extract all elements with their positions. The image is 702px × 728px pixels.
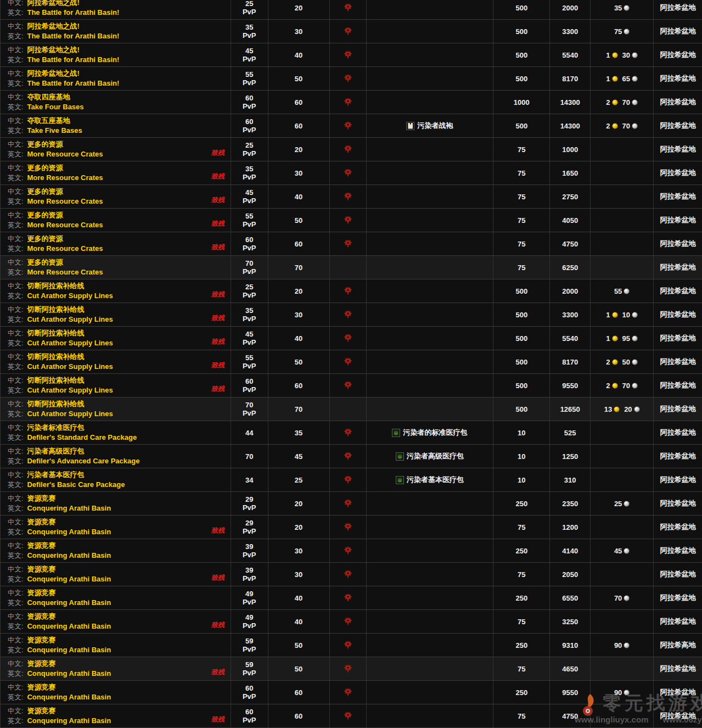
quest-name-en-link[interactable]: Defiler's Standard Care Package: [27, 433, 137, 441]
quest-name-en-link[interactable]: Cut Arathor Supply Lines: [27, 386, 113, 394]
quest-name-cn-link[interactable]: 资源竞赛: [27, 636, 55, 644]
quest-name-en-link[interactable]: More Resource Crates: [27, 197, 103, 205]
quest-name-en-link[interactable]: Cut Arathor Supply Lines: [27, 315, 113, 323]
quest-name-en-link[interactable]: Defiler's Basic Care Package: [27, 480, 125, 489]
location-link[interactable]: 阿拉希盆地: [660, 546, 696, 556]
quest-name-cn-link[interactable]: 资源竞赛: [27, 494, 55, 502]
quest-name-en-link[interactable]: Cut Arathor Supply Lines: [27, 410, 113, 418]
location-link[interactable]: 阿拉希盆地: [660, 664, 696, 674]
quest-name-cn-link[interactable]: 更多的资源: [27, 211, 63, 219]
quest-name-cn-link[interactable]: 夺取五座基地: [27, 116, 70, 125]
quest-name-en-link[interactable]: More Resource Crates: [27, 150, 103, 158]
gold-amount: 1: [606, 75, 610, 83]
location-link[interactable]: 阿拉希盆地: [660, 569, 696, 579]
location-link[interactable]: 阿拉希盆地: [660, 310, 696, 320]
quest-name-en-link[interactable]: The Battle for Arathi Basin!: [27, 55, 119, 64]
location-link[interactable]: 阿拉希盆地: [660, 617, 696, 626]
quest-name-en-link[interactable]: Conquering Arathi Basin: [27, 598, 111, 607]
quest-name-en-link[interactable]: More Resource Crates: [27, 268, 103, 276]
quest-name-en-link[interactable]: More Resource Crates: [27, 173, 103, 182]
quest-name-cn-link[interactable]: 资源竞赛: [27, 707, 55, 715]
quest-name-cn-link[interactable]: 资源竞赛: [27, 683, 55, 691]
quest-name-cn-link[interactable]: 切断阿拉索补给线: [27, 305, 84, 313]
quest-name-en-link[interactable]: Conquering Arathi Basin: [27, 693, 111, 701]
location-link[interactable]: 阿拉希盆地: [660, 97, 696, 107]
location-link[interactable]: 阿拉希盆地: [660, 144, 696, 154]
location-link[interactable]: 阿拉希盆地: [660, 74, 696, 83]
location-link[interactable]: 阿拉希盆地: [660, 3, 696, 13]
quest-name-cn-link[interactable]: 资源竞赛: [27, 612, 55, 620]
quest-name-cn-link[interactable]: 更多的资源: [27, 187, 63, 195]
quest-name-cn-link[interactable]: 切断阿拉索补给线: [27, 282, 84, 290]
quest-name-en-link[interactable]: Cut Arathor Supply Lines: [27, 362, 113, 371]
quest-name-cn-link[interactable]: 污染者标准医疗包: [27, 423, 84, 432]
quest-name-en-link[interactable]: Conquering Arathi Basin: [27, 575, 111, 583]
location-link[interactable]: 阿拉希盆地: [660, 333, 696, 343]
quest-name-cn-link[interactable]: 阿拉希盆地之战!: [27, 46, 79, 54]
location-link[interactable]: 阿拉希盆地: [660, 215, 696, 225]
location-link[interactable]: 阿拉希盆地: [660, 687, 696, 697]
quest-name-cn-link[interactable]: 资源竞赛: [27, 565, 55, 573]
quest-name-cn-link[interactable]: 切断阿拉索补给线: [27, 376, 84, 384]
location-link[interactable]: 阿拉希盆地: [660, 404, 696, 414]
quest-name-en-link[interactable]: More Resource Crates: [27, 244, 103, 253]
location-link[interactable]: 阿拉希盆地: [660, 286, 696, 296]
location-link[interactable]: 阿拉希盆地: [660, 593, 696, 603]
quest-name-en-link[interactable]: Conquering Arathi Basin: [27, 528, 111, 536]
quest-name-cn-link[interactable]: 资源竞赛: [27, 518, 55, 526]
quest-name-en-link[interactable]: Conquering Arathi Basin: [27, 622, 111, 630]
pvp-tag: PvP: [243, 55, 256, 63]
location-link[interactable]: 阿拉希高地: [660, 640, 696, 650]
quest-name-en-link[interactable]: Conquering Arathi Basin: [27, 646, 111, 654]
location-link[interactable]: 阿拉希盆地: [660, 380, 696, 390]
quest-name-en-link[interactable]: The Battle for Arathi Basin!: [27, 79, 119, 87]
quest-name-cn-link[interactable]: 切断阿拉索补给线: [27, 400, 84, 408]
quest-name-en-link[interactable]: More Resource Crates: [27, 221, 103, 229]
location-link[interactable]: 阿拉希盆地: [660, 451, 696, 461]
quest-name-en-link[interactable]: The Battle for Arathi Basin!: [27, 8, 119, 16]
location-link[interactable]: 阿拉希盆地: [660, 475, 696, 485]
reward-item-link[interactable]: 污染者的标准医疗包: [392, 428, 467, 438]
quest-name-cn-link[interactable]: 污染者高级医疗包: [27, 447, 84, 455]
quest-name-cn-link[interactable]: 阿拉希盆地之战!: [27, 69, 79, 77]
quest-name-cn-link[interactable]: 切断阿拉索补给线: [27, 352, 84, 361]
location-link[interactable]: 阿拉希盆地: [660, 357, 696, 367]
location-link[interactable]: 阿拉希盆地: [660, 428, 696, 438]
quest-name-cn-link[interactable]: 资源竞赛: [27, 659, 55, 668]
quest-name-cn-link[interactable]: 夺取四座基地: [27, 93, 70, 101]
location-link[interactable]: 阿拉希盆地: [660, 262, 696, 272]
location-link[interactable]: 阿拉希盆地: [660, 499, 696, 508]
quest-name-cn-link[interactable]: 更多的资源: [27, 258, 63, 266]
quest-name-en-link[interactable]: Conquering Arathi Basin: [27, 716, 111, 725]
quest-name-cn-link[interactable]: 切断阿拉索补给线: [27, 329, 84, 337]
location-link[interactable]: 阿拉希盆地: [660, 121, 696, 131]
location-link[interactable]: 阿拉希盆地: [660, 711, 696, 721]
quest-name-cn-link[interactable]: 更多的资源: [27, 234, 63, 243]
quest-name-en-link[interactable]: Conquering Arathi Basin: [27, 669, 111, 677]
location-link[interactable]: 阿拉希盆地: [660, 522, 696, 532]
quest-name-cn-link[interactable]: 资源竞赛: [27, 589, 55, 597]
quest-name-cn-link[interactable]: 阿拉希盆地之战!: [27, 0, 79, 7]
location-cell: 阿拉希盆地: [654, 0, 702, 19]
reward-item-link[interactable]: 污染者高级医疗包: [396, 451, 464, 461]
quest-name-en-link[interactable]: Take Five Bases: [27, 126, 82, 135]
quest-name-en-link[interactable]: Conquering Arathi Basin: [27, 504, 111, 512]
quest-name-cn-link[interactable]: 污染者基本医疗包: [27, 471, 84, 479]
quest-name-cn-link[interactable]: 更多的资源: [27, 164, 63, 172]
quest-name-en-link[interactable]: Conquering Arathi Basin: [27, 551, 111, 559]
reward-item-link[interactable]: 污染者基本医疗包: [396, 475, 464, 485]
quest-name-cn-link[interactable]: 资源竞赛: [27, 541, 55, 550]
quest-name-en-link[interactable]: Defiler's Advanced Care Package: [27, 457, 139, 465]
location-link[interactable]: 阿拉希盆地: [660, 192, 696, 201]
quest-name-cn-link[interactable]: 更多的资源: [27, 140, 63, 148]
location-link[interactable]: 阿拉希盆地: [660, 239, 696, 249]
location-link[interactable]: 阿拉希盆地: [660, 168, 696, 178]
quest-name-en-link[interactable]: The Battle for Arathi Basin!: [27, 32, 119, 40]
location-link[interactable]: 阿拉希盆地: [660, 26, 696, 36]
location-link[interactable]: 阿拉希盆地: [660, 50, 696, 60]
quest-name-cn-link[interactable]: 阿拉希盆地之战!: [27, 22, 79, 30]
quest-name-en-link[interactable]: Take Four Bases: [27, 103, 83, 111]
quest-name-en-link[interactable]: Cut Arathor Supply Lines: [27, 339, 113, 347]
quest-name-en-link[interactable]: Cut Arathor Supply Lines: [27, 292, 113, 300]
reward-item-link[interactable]: 污染者战袍: [406, 121, 453, 131]
